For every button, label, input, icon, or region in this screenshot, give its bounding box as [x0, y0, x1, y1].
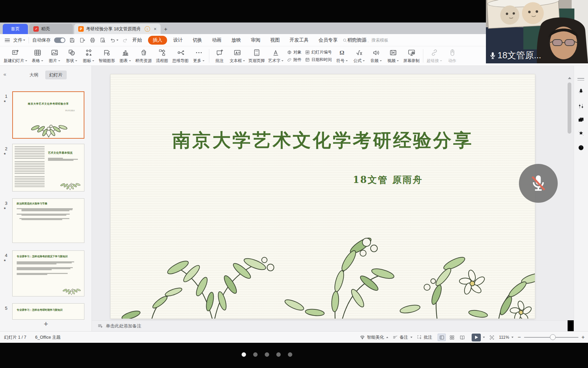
slide-thumbnail-5[interactable]: 专业课学习：怎样在考研时期学习新知识 — [12, 303, 84, 320]
pager-dot[interactable] — [276, 352, 281, 357]
icon-library-button[interactable]: 图标 — [80, 48, 97, 64]
slide-thumbnail-1[interactable]: 南京大学艺术文化学考研经验分享 18文管 原雨舟 — [12, 91, 84, 139]
print-preview-button[interactable] — [99, 37, 106, 44]
symbol-button[interactable]: 符号 — [333, 48, 350, 64]
menu-tab-insert[interactable]: 插入 — [148, 36, 167, 45]
label: 批注 — [424, 335, 432, 340]
menu-tab-review[interactable]: 审阅 — [247, 36, 264, 45]
normal-view-button[interactable] — [438, 334, 446, 341]
new-tab-button[interactable]: + — [164, 26, 167, 33]
command-search[interactable] — [342, 36, 421, 44]
rail-help-button[interactable] — [577, 144, 585, 151]
screen-record-button[interactable]: 屏幕录制 — [402, 48, 421, 64]
zoom-level[interactable]: 111% — [499, 335, 513, 340]
menu-tab-start[interactable]: 开始 — [129, 36, 146, 45]
pager-dot[interactable] — [288, 352, 292, 357]
tab-close-icon[interactable]: × — [154, 26, 157, 32]
zoom-slider-thumb[interactable] — [550, 334, 556, 340]
slides-tab[interactable]: 幻灯片 — [45, 71, 67, 79]
comment-toggle-button[interactable]: 批注 — [416, 335, 432, 340]
pager-dot[interactable] — [265, 352, 269, 357]
mindmap-button[interactable]: 思维导图 — [170, 48, 190, 64]
mic-mute-button[interactable] — [519, 164, 558, 203]
webcam-video-tile[interactable]: 18文管原... — [486, 0, 588, 63]
zoom-out-button[interactable]: − — [518, 334, 521, 340]
slide-number-button[interactable]: 幻灯片编号 — [305, 49, 332, 55]
rail-menu-icon[interactable] — [577, 78, 584, 80]
shape-button[interactable]: 形状 — [63, 48, 80, 64]
undo-button[interactable] — [110, 37, 118, 43]
file-menu[interactable]: 文件 — [13, 37, 25, 43]
menu-tab-slideshow[interactable]: 放映 — [228, 36, 245, 45]
rail-rocket-button[interactable] — [577, 88, 585, 95]
rail-effects-button[interactable] — [577, 130, 585, 137]
video-button[interactable]: 视频 — [385, 48, 402, 64]
slide-thumbnail-4[interactable]: 专业课学习：怎样在跨考的情况下学习新知识 — [12, 250, 84, 296]
hyperlink-button[interactable]: 超链接 — [425, 48, 444, 64]
reading-view-button[interactable] — [458, 334, 466, 341]
tab-docer[interactable]: 稻壳 — [29, 24, 73, 34]
picture-icon — [50, 48, 59, 57]
flowchart-button[interactable]: 流程图 — [153, 48, 170, 64]
menu-tab-design[interactable]: 设计 — [169, 36, 186, 45]
notes-toggle-button[interactable]: 备注 — [392, 335, 412, 340]
output-button[interactable] — [79, 37, 86, 44]
smartart-button[interactable]: 智能图形 — [97, 48, 117, 64]
thumb-title: 专业课学习：怎样在跨考的情况下学习新知识 — [17, 255, 84, 258]
autosave-toggle[interactable] — [54, 37, 65, 43]
scrollbar-up-arrow[interactable] — [568, 77, 571, 79]
fit-to-window-icon[interactable] — [489, 335, 495, 340]
notes-bar[interactable]: 单击此处添加备注 — [92, 320, 568, 331]
scrollbar-thumb[interactable] — [568, 82, 571, 134]
attachment-button[interactable]: 附件 — [287, 57, 301, 63]
wordart-button[interactable]: 艺术字 — [266, 48, 285, 64]
new-slide-button[interactable]: 新建幻灯片 — [2, 48, 29, 64]
rail-settings-button[interactable] — [577, 103, 585, 110]
slide-sorter-view-button[interactable] — [448, 334, 456, 341]
date-time-button[interactable]: 日期和时间 — [305, 57, 332, 63]
menu-tab-view[interactable]: 视图 — [266, 36, 283, 45]
pager-dot-active[interactable] — [242, 352, 246, 357]
smart-beautify-button[interactable]: 智能美化 — [360, 335, 388, 340]
audio-button[interactable]: 音频 — [368, 48, 385, 64]
tab-home[interactable]: 首页 — [3, 24, 28, 34]
slide-number: 5 — [3, 306, 10, 311]
label: 智能图形 — [99, 58, 115, 64]
label: 艺术字 — [268, 58, 280, 64]
theme-name[interactable]: 6_Office 主题 — [35, 335, 61, 340]
action-button[interactable]: 动作 — [444, 48, 461, 64]
formula-button[interactable]: 公式 — [350, 48, 368, 64]
menu-tab-devtools[interactable]: 开发工具 — [286, 36, 312, 45]
table-button[interactable]: 表格 — [29, 48, 46, 64]
comment-button[interactable]: 批注 — [211, 48, 228, 64]
save-button[interactable] — [69, 37, 76, 44]
menu-tab-member[interactable]: 会员专享 — [315, 36, 341, 45]
zoom-in-button[interactable]: + — [582, 334, 585, 340]
header-footer-button[interactable]: 页眉页脚 — [247, 48, 266, 64]
outline-tab[interactable]: 大纲 — [26, 71, 43, 79]
more-button[interactable]: 更多 — [190, 48, 207, 64]
menu-tab-animation[interactable]: 动画 — [208, 36, 225, 45]
picture-button[interactable]: 图片 — [46, 48, 63, 64]
mindmap-icon — [176, 48, 185, 57]
chart-button[interactable]: 图表 — [117, 48, 134, 64]
menu-tab-transition[interactable]: 切换 — [189, 36, 206, 45]
textbox-button[interactable]: 文本框 — [228, 48, 247, 64]
zoom-slider[interactable] — [524, 337, 578, 338]
tab-document[interactable]: P 考研经验分享 18文管原雨舟 ! × — [74, 24, 161, 34]
chevron-down-icon[interactable] — [483, 337, 485, 338]
add-slide-button[interactable]: + — [0, 318, 92, 330]
object-button[interactable]: 对象 — [287, 49, 301, 55]
docer-resource-button[interactable]: 稻壳资源 — [134, 48, 153, 64]
search-input[interactable] — [349, 37, 415, 43]
redo-button[interactable] — [122, 37, 129, 44]
slide-author[interactable]: 18文管 原雨舟 — [353, 174, 423, 186]
slide-thumbnail-2[interactable]: 艺术文化学基本情况 — [12, 144, 84, 191]
slide-canvas[interactable]: 南京大学艺术文化学考研经验分享 18文管 原雨舟 — [111, 74, 535, 319]
slide-title[interactable]: 南京大学艺术文化学考研经验分享 — [111, 128, 535, 153]
play-slideshow-button[interactable] — [472, 334, 481, 341]
print-button[interactable] — [89, 37, 96, 44]
pager-dot[interactable] — [253, 352, 258, 357]
slide-thumbnail-3[interactable]: 政治和英语的大致学习节奏 — [12, 198, 84, 243]
rail-sync-button[interactable] — [577, 116, 585, 123]
